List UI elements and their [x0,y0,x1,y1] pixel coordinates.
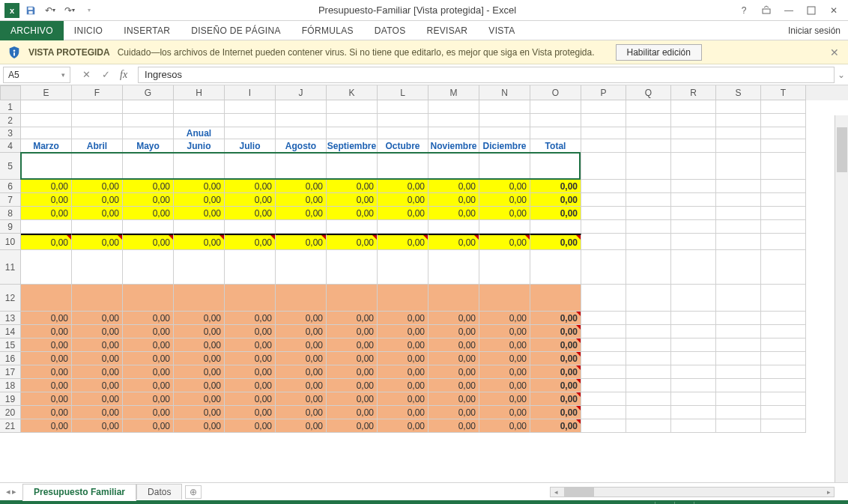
cell[interactable] [276,127,327,139]
cell[interactable]: 0,00 [479,379,530,392]
cell[interactable]: 0,00 [378,392,428,406]
cell[interactable]: 0,00 [479,352,530,365]
cell[interactable] [761,352,806,365]
cell[interactable]: 0,00 [276,180,327,193]
minimize-icon[interactable]: — [778,2,800,19]
cell[interactable]: 0,00 [123,312,174,325]
cell[interactable] [581,250,626,285]
cell[interactable]: 0,00 [378,419,428,433]
cell[interactable] [530,114,581,127]
cell[interactable]: 0,00 [21,312,72,325]
cell[interactable] [581,207,626,220]
row-header[interactable]: 10 [0,234,21,250]
cell[interactable] [626,100,671,114]
cell[interactable] [671,153,716,180]
cell[interactable] [626,153,671,180]
cell[interactable] [21,100,72,114]
cell[interactable]: 0,00 [225,193,276,207]
cell[interactable] [716,193,761,207]
cell[interactable]: 0,00 [174,325,225,338]
cell[interactable]: 0,00 [276,207,327,220]
cell[interactable]: 0,00 [428,365,479,379]
cell[interactable] [761,419,806,433]
row-header[interactable]: 4 [0,139,21,153]
cell[interactable]: 0,00 [123,234,174,250]
cell[interactable]: 0,00 [276,193,327,207]
cell[interactable] [123,100,174,114]
cell[interactable] [761,127,806,139]
cell[interactable]: 0,00 [378,338,428,352]
cell[interactable]: 0,00 [378,379,428,392]
cell[interactable]: 0,00 [327,352,378,365]
cell[interactable]: 0,00 [174,234,225,250]
tab-diseno[interactable]: DISEÑO DE PÁGINA [181,21,291,40]
row-header[interactable]: 21 [0,419,21,433]
cell[interactable] [671,180,716,193]
cell[interactable]: 0,00 [530,207,581,220]
cell[interactable] [581,379,626,392]
cell[interactable] [671,100,716,114]
cell[interactable] [626,180,671,193]
enable-editing-button[interactable]: Habilitar edición [616,44,702,61]
cell[interactable] [72,127,123,139]
column-header[interactable]: O [530,85,581,100]
cell[interactable]: 0,00 [530,312,581,325]
cell[interactable] [716,114,761,127]
cell[interactable] [428,285,479,312]
cell[interactable]: 0,00 [72,406,123,419]
cell[interactable]: 0,00 [123,419,174,433]
cell[interactable]: Diciembre [479,139,530,153]
cell[interactable] [225,220,276,234]
cell[interactable]: Julio [225,139,276,153]
cell[interactable] [626,392,671,406]
cell[interactable] [716,325,761,338]
column-header[interactable]: I [225,85,276,100]
cell[interactable] [716,250,761,285]
cell[interactable]: 0,00 [123,392,174,406]
cell[interactable] [123,153,174,180]
cell[interactable] [581,180,626,193]
cell[interactable] [174,285,225,312]
cell[interactable] [716,207,761,220]
cell[interactable] [72,153,123,180]
cell[interactable]: 0,00 [479,365,530,379]
cell[interactable]: 0,00 [530,406,581,419]
cell[interactable] [378,250,428,285]
cell[interactable] [428,127,479,139]
row-header[interactable]: 20 [0,406,21,419]
cell[interactable]: 0,00 [225,419,276,433]
cell[interactable] [761,379,806,392]
tab-vista[interactable]: VISTA [478,21,525,40]
cell[interactable] [761,338,806,352]
cell[interactable]: 0,00 [276,312,327,325]
cell[interactable] [378,153,428,180]
cell[interactable]: 0,00 [21,365,72,379]
cell[interactable] [716,406,761,419]
cell[interactable] [72,220,123,234]
cell[interactable]: 0,00 [479,180,530,193]
cell[interactable] [626,234,671,250]
cell[interactable]: Agosto [276,139,327,153]
sheet-tab-active[interactable]: Presupuesto Familiar [22,484,136,501]
cell[interactable]: 0,00 [327,338,378,352]
cell[interactable] [174,250,225,285]
cell[interactable] [761,325,806,338]
cell[interactable]: 0,00 [479,338,530,352]
cell[interactable]: 0,00 [123,193,174,207]
cell[interactable]: 0,00 [276,365,327,379]
cell[interactable]: 0,00 [530,392,581,406]
cell[interactable] [276,153,327,180]
column-header[interactable]: K [327,85,378,100]
cell[interactable] [378,220,428,234]
cell[interactable] [716,365,761,379]
cell[interactable] [716,153,761,180]
cell[interactable]: 0,00 [72,352,123,365]
cell[interactable] [530,285,581,312]
cell[interactable] [21,153,72,180]
cell[interactable]: Septiembre [327,139,378,153]
cell[interactable] [716,419,761,433]
cell[interactable] [21,285,72,312]
cell[interactable] [225,250,276,285]
cell[interactable] [530,127,581,139]
cell[interactable]: 0,00 [123,325,174,338]
